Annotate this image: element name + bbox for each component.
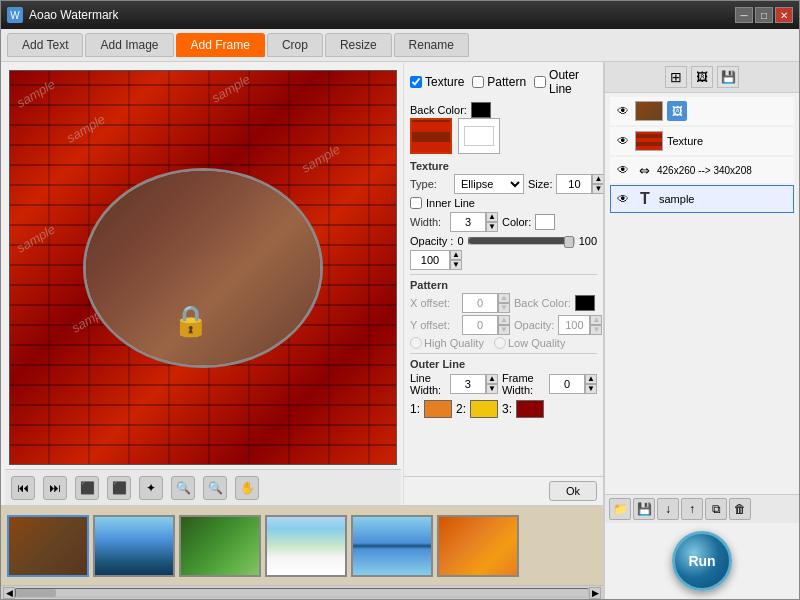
- opacity-max: 100: [579, 235, 597, 247]
- color-chip-1[interactable]: [424, 400, 452, 418]
- line-width-spinner[interactable]: 3 ▲ ▼: [450, 374, 498, 394]
- horizontal-scrollbar[interactable]: ◀ ▶: [10, 464, 396, 465]
- type-select[interactable]: Ellipse Rectangle: [454, 174, 524, 194]
- title-bar: W Aoao Watermark ─ □ ✕: [1, 1, 799, 29]
- color-chip-3[interactable]: [516, 400, 544, 418]
- thumbnail-3[interactable]: [179, 515, 261, 577]
- color-chips-row: 1: 2: 3:: [410, 400, 597, 418]
- opacity-spinner[interactable]: 100 ▲ ▼: [410, 250, 462, 270]
- texture-checkbox[interactable]: [410, 76, 422, 88]
- layer-eye-texture[interactable]: 👁: [615, 133, 631, 149]
- layer-item-texture[interactable]: 👁 Texture: [610, 127, 794, 155]
- width-spinner[interactable]: 3 ▲ ▼: [450, 212, 498, 232]
- layer-folder-btn[interactable]: 📁: [609, 498, 631, 520]
- line-width-up[interactable]: ▲: [486, 374, 498, 384]
- line-width-value[interactable]: 3: [450, 374, 486, 394]
- layer-icon-1: 🖼: [667, 101, 687, 121]
- color-chip-2[interactable]: [470, 400, 498, 418]
- opacity-value[interactable]: 100: [410, 250, 450, 270]
- close-button[interactable]: ✕: [775, 7, 793, 23]
- texture-preview-2[interactable]: [458, 118, 500, 154]
- settings-btn[interactable]: ✦: [139, 476, 163, 500]
- opacity-up[interactable]: ▲: [450, 250, 462, 260]
- x-offset-up: ▲: [498, 293, 510, 303]
- texture-preview-1[interactable]: [410, 118, 452, 154]
- run-button[interactable]: Run: [672, 531, 732, 591]
- outer-line-label: Outer Line: [549, 68, 597, 96]
- strip-scroll-track[interactable]: [15, 588, 589, 598]
- frame-width-up[interactable]: ▲: [585, 374, 597, 384]
- tab-rename[interactable]: Rename: [394, 33, 469, 57]
- strip-scroll-right[interactable]: ▶: [589, 587, 601, 599]
- strip-scrollbar[interactable]: ◀ ▶: [1, 585, 603, 599]
- tab-resize[interactable]: Resize: [325, 33, 392, 57]
- tab-add-text[interactable]: Add Text: [7, 33, 83, 57]
- tab-crop[interactable]: Crop: [267, 33, 323, 57]
- tab-add-frame[interactable]: Add Frame: [176, 33, 265, 57]
- capture-btn[interactable]: ⬛: [75, 476, 99, 500]
- outer-line-checkbox[interactable]: [534, 76, 546, 88]
- export-btn[interactable]: ⬛: [107, 476, 131, 500]
- texture-checkbox-label[interactable]: Texture: [410, 75, 464, 89]
- thumbnail-4[interactable]: [265, 515, 347, 577]
- opacity-down[interactable]: ▼: [450, 260, 462, 270]
- inner-line-checkbox[interactable]: [410, 197, 422, 209]
- size-value[interactable]: 10: [556, 174, 592, 194]
- pattern-checkbox-label[interactable]: Pattern: [472, 75, 526, 89]
- layer-up-btn[interactable]: ↑: [681, 498, 703, 520]
- layer-delete-btn[interactable]: 🗑: [729, 498, 751, 520]
- pan-btn[interactable]: ✋: [235, 476, 259, 500]
- first-btn[interactable]: ⏮: [11, 476, 35, 500]
- color-swatch[interactable]: [535, 214, 555, 230]
- layer-item-1[interactable]: 👁 🖼: [610, 97, 794, 125]
- width-up-arrow[interactable]: ▲: [486, 212, 498, 222]
- strip-scroll-left[interactable]: ◀: [3, 587, 15, 599]
- pattern-section-label: Pattern: [410, 279, 597, 291]
- preview-settings-row: sample sample sample sample sample sampl…: [1, 62, 603, 505]
- thumbnail-2[interactable]: [93, 515, 175, 577]
- layer-eye-sample[interactable]: 👁: [615, 191, 631, 207]
- zoom-out-btn[interactable]: 🔍: [203, 476, 227, 500]
- strip-scroll-thumb[interactable]: [16, 589, 56, 597]
- layer-item-sample[interactable]: 👁 T sample: [610, 185, 794, 213]
- opacity-value-row: 100 ▲ ▼: [410, 250, 597, 270]
- layers-icon[interactable]: ⊞: [665, 66, 687, 88]
- back-color-swatch[interactable]: [471, 102, 491, 118]
- frame-width-value[interactable]: 0: [549, 374, 585, 394]
- tab-add-image[interactable]: Add Image: [85, 33, 173, 57]
- layer-down-btn[interactable]: ↓: [657, 498, 679, 520]
- thumbnail-5[interactable]: [351, 515, 433, 577]
- layers-tool-icon[interactable]: 🖼: [691, 66, 713, 88]
- last-btn[interactable]: ⏭: [43, 476, 67, 500]
- layer-item-resize[interactable]: 👁 ⇔ 426x260 --> 340x208: [610, 157, 794, 183]
- minimize-button[interactable]: ─: [735, 7, 753, 23]
- thumbnail-1[interactable]: [7, 515, 89, 577]
- frame-width-spinner[interactable]: 0 ▲ ▼: [549, 374, 597, 394]
- size-up-arrow[interactable]: ▲: [592, 174, 603, 184]
- y-offset-up: ▲: [498, 315, 510, 325]
- layers-export-icon[interactable]: 💾: [717, 66, 739, 88]
- zoom-in-btn[interactable]: 🔍: [171, 476, 195, 500]
- width-value[interactable]: 3: [450, 212, 486, 232]
- pattern-checkbox[interactable]: [472, 76, 484, 88]
- y-offset-row: Y offset: 0 ▲ ▼ Opacity: 100: [410, 315, 597, 335]
- size-down-arrow[interactable]: ▼: [592, 184, 603, 194]
- run-area: Run: [605, 523, 799, 599]
- size-spinner[interactable]: 10 ▲ ▼: [556, 174, 603, 194]
- width-down-arrow[interactable]: ▼: [486, 222, 498, 232]
- opacity-slider[interactable]: [468, 237, 575, 245]
- back-color-pattern-swatch: [575, 295, 595, 311]
- layer-eye-1[interactable]: 👁: [615, 103, 631, 119]
- maximize-button[interactable]: □: [755, 7, 773, 23]
- opacity-thumb[interactable]: [564, 236, 574, 248]
- layer-copy-btn[interactable]: ⧉: [705, 498, 727, 520]
- layer-eye-resize[interactable]: 👁: [615, 162, 631, 178]
- frame-width-down[interactable]: ▼: [585, 384, 597, 394]
- thumbnail-6[interactable]: [437, 515, 519, 577]
- layer-save-btn[interactable]: 💾: [633, 498, 655, 520]
- controls-bar: ⏮ ⏭ ⬛ ⬛ ✦ 🔍 🔍 ✋: [5, 469, 401, 505]
- outer-line-checkbox-label[interactable]: Outer Line: [534, 68, 597, 96]
- ok-button[interactable]: Ok: [549, 481, 597, 501]
- thumbnail-strip: [1, 505, 603, 585]
- line-width-down[interactable]: ▼: [486, 384, 498, 394]
